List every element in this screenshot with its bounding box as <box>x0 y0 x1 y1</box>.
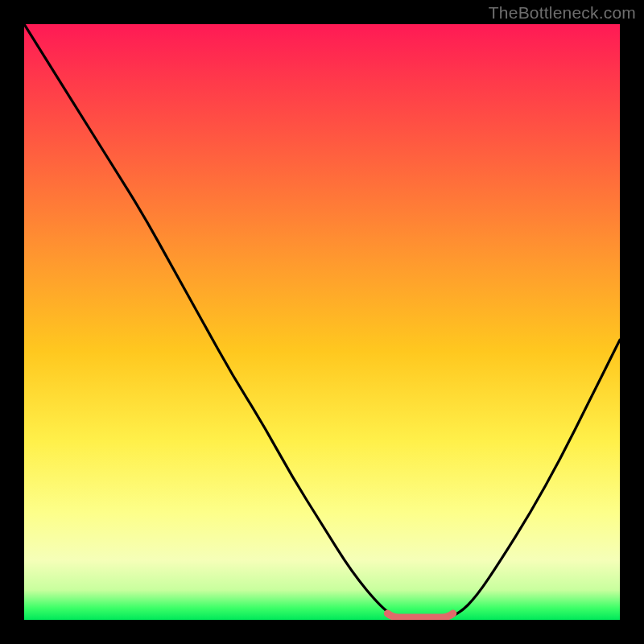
watermark-text: TheBottleneck.com <box>489 3 636 23</box>
chart-frame: TheBottleneck.com <box>0 0 644 644</box>
plot-area <box>24 24 620 620</box>
bottleneck-curve <box>24 24 620 620</box>
